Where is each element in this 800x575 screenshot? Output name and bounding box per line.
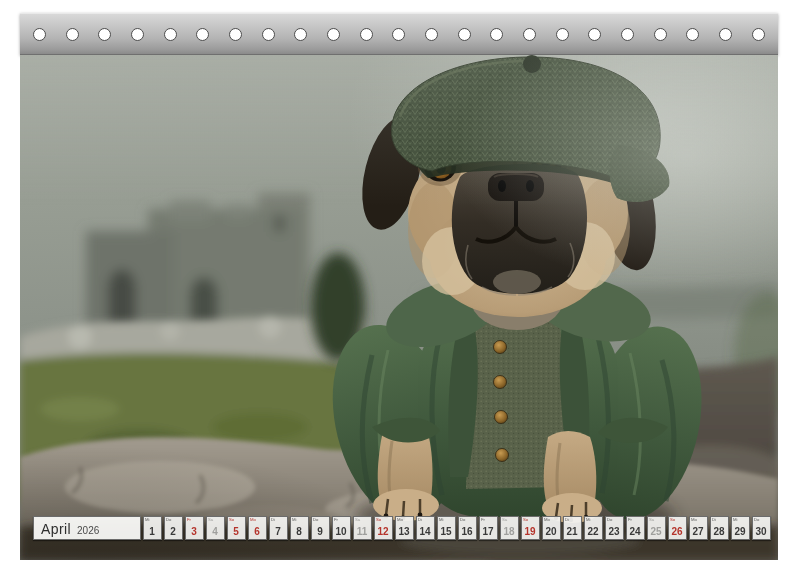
binding-hole	[686, 28, 699, 41]
day-cell: Do 16	[458, 516, 477, 540]
day-weekday: Fr	[187, 517, 191, 522]
day-cell: So 12	[374, 516, 393, 540]
brass-button	[494, 341, 507, 354]
day-cell: Do 9	[311, 516, 330, 540]
day-weekday: Di	[418, 517, 422, 522]
day-number: 12	[375, 526, 391, 537]
day-cells: Mi 1 Do 2 Fr 3 Sa 4 So 5 Mo 6 Di 7 Mi 8 …	[143, 516, 771, 540]
day-cell: Di 7	[269, 516, 288, 540]
binding-hole	[621, 28, 634, 41]
binding-hole	[719, 28, 732, 41]
binding-hole	[327, 28, 340, 41]
day-number: 15	[438, 526, 454, 537]
binding-hole	[588, 28, 601, 41]
cap-pompom	[523, 55, 541, 73]
binding-hole	[458, 28, 471, 41]
day-cell: Di 14	[416, 516, 435, 540]
day-number: 28	[711, 526, 727, 537]
day-weekday: Mi	[586, 517, 590, 522]
day-cell: So 5	[227, 516, 246, 540]
day-cell: Mi 8	[290, 516, 309, 540]
binding-hole	[294, 28, 307, 41]
day-cell: Fr 17	[479, 516, 498, 540]
day-weekday: So	[523, 517, 528, 522]
day-weekday: Do	[754, 517, 759, 522]
day-weekday: Di	[565, 517, 569, 522]
day-weekday: Mi	[292, 517, 296, 522]
day-cell: Sa 4	[206, 516, 225, 540]
day-weekday: Fr	[481, 517, 485, 522]
day-weekday: Do	[460, 517, 465, 522]
day-weekday: So	[376, 517, 381, 522]
binding-hole	[164, 28, 177, 41]
day-weekday: Di	[271, 517, 275, 522]
day-cell: Do 30	[752, 516, 771, 540]
day-weekday: Sa	[502, 517, 507, 522]
month-box: April 2026	[33, 516, 141, 540]
day-cell: Mi 22	[584, 516, 603, 540]
day-number: 27	[690, 526, 706, 537]
day-number: 21	[564, 526, 580, 537]
day-cell: Di 21	[563, 516, 582, 540]
day-cell: Do 2	[164, 516, 183, 540]
day-weekday: Fr	[628, 517, 632, 522]
day-cell: Mo 20	[542, 516, 561, 540]
binding-hole	[490, 28, 503, 41]
binding-hole	[262, 28, 275, 41]
day-cell: So 19	[521, 516, 540, 540]
day-weekday: Mo	[397, 517, 403, 522]
binding-hole	[654, 28, 667, 41]
day-weekday: So	[670, 517, 675, 522]
day-weekday: Do	[313, 517, 318, 522]
day-cell: Mi 29	[731, 516, 750, 540]
day-cell: Fr 3	[185, 516, 204, 540]
day-number: 20	[543, 526, 559, 537]
binding-hole	[131, 28, 144, 41]
day-number: 13	[396, 526, 412, 537]
day-number: 4	[207, 526, 223, 537]
calendar-strip: April 2026 Mi 1 Do 2 Fr 3 Sa 4 So 5 Mo 6…	[33, 516, 771, 540]
day-number: 9	[312, 526, 328, 537]
day-weekday: So	[229, 517, 234, 522]
day-number: 3	[186, 526, 202, 537]
day-number: 2	[165, 526, 181, 537]
day-number: 6	[249, 526, 265, 537]
day-number: 18	[501, 526, 517, 537]
binding-hole	[556, 28, 569, 41]
pug-dog	[20, 55, 778, 560]
day-cell: Do 23	[605, 516, 624, 540]
day-weekday: Do	[166, 517, 171, 522]
brass-button	[494, 376, 507, 389]
day-cell: Mo 13	[395, 516, 414, 540]
day-number: 17	[480, 526, 496, 537]
day-number: 26	[669, 526, 685, 537]
day-number: 8	[291, 526, 307, 537]
binding-hole	[425, 28, 438, 41]
binding-hole	[196, 28, 209, 41]
day-weekday: Mi	[145, 517, 149, 522]
binding-hole	[98, 28, 111, 41]
day-cell: Sa 25	[647, 516, 666, 540]
day-number: 25	[648, 526, 664, 537]
month-name: April	[41, 520, 71, 538]
day-number: 29	[732, 526, 748, 537]
nose	[488, 173, 544, 201]
brass-button	[495, 411, 508, 424]
binding-hole	[360, 28, 373, 41]
year-label: 2026	[77, 522, 99, 540]
day-number: 14	[417, 526, 433, 537]
day-cell: Mi 15	[437, 516, 456, 540]
day-weekday: Fr	[334, 517, 338, 522]
day-cell: Di 28	[710, 516, 729, 540]
day-number: 7	[270, 526, 286, 537]
day-number: 5	[228, 526, 244, 537]
day-cell: Mi 1	[143, 516, 162, 540]
day-cell: Sa 11	[353, 516, 372, 540]
day-cell: Mo 6	[248, 516, 267, 540]
calendar-photo	[20, 55, 778, 560]
day-number: 23	[606, 526, 622, 537]
day-number: 24	[627, 526, 643, 537]
binding-hole	[752, 28, 765, 41]
day-number: 16	[459, 526, 475, 537]
day-number: 30	[753, 526, 769, 537]
